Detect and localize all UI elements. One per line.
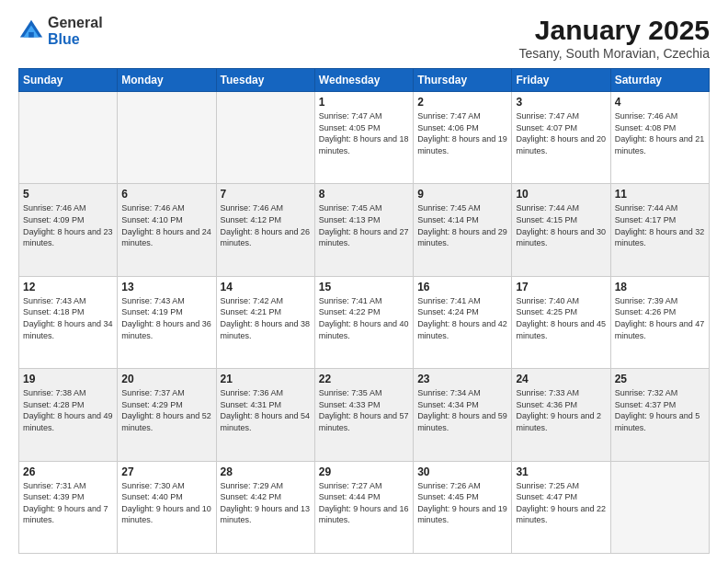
calendar-week-row: 5Sunrise: 7:46 AM Sunset: 4:09 PM Daylig… [19, 184, 710, 276]
calendar-header-saturday: Saturday [610, 69, 709, 92]
day-number: 11 [615, 188, 705, 201]
day-number: 30 [417, 465, 507, 478]
day-number: 15 [319, 281, 409, 293]
day-info: Sunrise: 7:41 AM Sunset: 4:22 PM Dayligh… [319, 295, 409, 341]
day-number: 22 [319, 373, 409, 385]
calendar-day-cell: 6Sunrise: 7:46 AM Sunset: 4:10 PM Daylig… [118, 184, 216, 276]
day-info: Sunrise: 7:41 AM Sunset: 4:24 PM Dayligh… [417, 295, 507, 341]
page: General Blue January 2025 Tesany, South … [0, 0, 728, 563]
calendar-day-cell: 21Sunrise: 7:36 AM Sunset: 4:31 PM Dayli… [216, 369, 314, 461]
title-block: January 2025 Tesany, South Moravian, Cze… [518, 15, 710, 61]
day-info: Sunrise: 7:36 AM Sunset: 4:31 PM Dayligh… [221, 387, 311, 433]
day-info: Sunrise: 7:42 AM Sunset: 4:21 PM Dayligh… [221, 295, 311, 341]
day-info: Sunrise: 7:46 AM Sunset: 4:12 PM Dayligh… [221, 202, 311, 248]
day-info: Sunrise: 7:44 AM Sunset: 4:15 PM Dayligh… [516, 202, 606, 248]
calendar-header-thursday: Thursday [414, 69, 512, 92]
calendar-day-cell: 7Sunrise: 7:46 AM Sunset: 4:12 PM Daylig… [216, 184, 314, 276]
calendar-day-cell [118, 92, 216, 184]
day-number: 17 [516, 281, 606, 293]
calendar-header-wednesday: Wednesday [314, 69, 413, 92]
day-number: 29 [319, 465, 409, 478]
calendar-day-cell: 26Sunrise: 7:31 AM Sunset: 4:39 PM Dayli… [19, 461, 118, 553]
calendar-week-row: 12Sunrise: 7:43 AM Sunset: 4:18 PM Dayli… [19, 276, 710, 368]
day-number: 26 [23, 465, 113, 478]
day-info: Sunrise: 7:43 AM Sunset: 4:18 PM Dayligh… [23, 295, 113, 341]
day-number: 16 [417, 281, 507, 293]
calendar-day-cell: 8Sunrise: 7:45 AM Sunset: 4:13 PM Daylig… [314, 184, 413, 276]
calendar-day-cell: 16Sunrise: 7:41 AM Sunset: 4:24 PM Dayli… [414, 276, 512, 368]
day-info: Sunrise: 7:47 AM Sunset: 4:06 PM Dayligh… [417, 110, 507, 156]
calendar-day-cell [19, 92, 118, 184]
day-info: Sunrise: 7:39 AM Sunset: 4:26 PM Dayligh… [615, 295, 705, 341]
day-number: 27 [121, 465, 211, 478]
day-info: Sunrise: 7:26 AM Sunset: 4:45 PM Dayligh… [417, 480, 507, 526]
calendar-header-row: SundayMondayTuesdayWednesdayThursdayFrid… [19, 69, 710, 92]
day-number: 31 [516, 465, 606, 478]
day-number: 20 [121, 373, 211, 385]
calendar-header-sunday: Sunday [19, 69, 118, 92]
day-info: Sunrise: 7:29 AM Sunset: 4:42 PM Dayligh… [221, 480, 311, 526]
day-info: Sunrise: 7:38 AM Sunset: 4:28 PM Dayligh… [23, 387, 113, 433]
calendar-day-cell [216, 92, 314, 184]
day-info: Sunrise: 7:46 AM Sunset: 4:08 PM Dayligh… [615, 110, 705, 156]
calendar-day-cell: 22Sunrise: 7:35 AM Sunset: 4:33 PM Dayli… [314, 369, 413, 461]
calendar-day-cell: 3Sunrise: 7:47 AM Sunset: 4:07 PM Daylig… [512, 92, 610, 184]
day-number: 10 [516, 188, 606, 201]
day-info: Sunrise: 7:46 AM Sunset: 4:09 PM Dayligh… [23, 202, 113, 248]
calendar-day-cell: 19Sunrise: 7:38 AM Sunset: 4:28 PM Dayli… [19, 369, 118, 461]
calendar-day-cell: 4Sunrise: 7:46 AM Sunset: 4:08 PM Daylig… [610, 92, 709, 184]
day-number: 1 [319, 96, 409, 109]
day-number: 3 [516, 96, 606, 109]
calendar-header-monday: Monday [118, 69, 216, 92]
logo-blue: Blue [48, 31, 80, 47]
calendar-day-cell: 5Sunrise: 7:46 AM Sunset: 4:09 PM Daylig… [19, 184, 118, 276]
day-number: 9 [417, 188, 507, 201]
day-info: Sunrise: 7:32 AM Sunset: 4:37 PM Dayligh… [615, 387, 705, 433]
calendar-day-cell: 27Sunrise: 7:30 AM Sunset: 4:40 PM Dayli… [118, 461, 216, 553]
calendar-day-cell: 15Sunrise: 7:41 AM Sunset: 4:22 PM Dayli… [314, 276, 413, 368]
calendar-day-cell: 11Sunrise: 7:44 AM Sunset: 4:17 PM Dayli… [610, 184, 709, 276]
logo-text: General Blue [48, 15, 103, 47]
day-info: Sunrise: 7:40 AM Sunset: 4:25 PM Dayligh… [516, 295, 606, 341]
day-info: Sunrise: 7:30 AM Sunset: 4:40 PM Dayligh… [121, 480, 211, 526]
day-info: Sunrise: 7:45 AM Sunset: 4:14 PM Dayligh… [417, 202, 507, 248]
day-number: 28 [221, 465, 311, 478]
svg-rect-2 [28, 32, 34, 38]
day-number: 21 [221, 373, 311, 385]
calendar-day-cell: 31Sunrise: 7:25 AM Sunset: 4:47 PM Dayli… [512, 461, 610, 553]
calendar-day-cell [610, 461, 709, 553]
day-number: 2 [417, 96, 507, 109]
calendar-table: SundayMondayTuesdayWednesdayThursdayFrid… [18, 68, 710, 554]
header: General Blue January 2025 Tesany, South … [18, 15, 710, 61]
day-info: Sunrise: 7:34 AM Sunset: 4:34 PM Dayligh… [417, 387, 507, 433]
calendar-week-row: 26Sunrise: 7:31 AM Sunset: 4:39 PM Dayli… [19, 461, 710, 553]
calendar-day-cell: 9Sunrise: 7:45 AM Sunset: 4:14 PM Daylig… [414, 184, 512, 276]
day-info: Sunrise: 7:45 AM Sunset: 4:13 PM Dayligh… [319, 202, 409, 248]
day-number: 18 [615, 281, 705, 293]
calendar-day-cell: 13Sunrise: 7:43 AM Sunset: 4:19 PM Dayli… [118, 276, 216, 368]
day-info: Sunrise: 7:43 AM Sunset: 4:19 PM Dayligh… [121, 295, 211, 341]
day-info: Sunrise: 7:47 AM Sunset: 4:05 PM Dayligh… [319, 110, 409, 156]
day-info: Sunrise: 7:46 AM Sunset: 4:10 PM Dayligh… [121, 202, 211, 248]
logo: General Blue [18, 15, 103, 47]
day-info: Sunrise: 7:35 AM Sunset: 4:33 PM Dayligh… [319, 387, 409, 433]
calendar-header-tuesday: Tuesday [216, 69, 314, 92]
day-number: 6 [121, 188, 211, 201]
calendar-day-cell: 17Sunrise: 7:40 AM Sunset: 4:25 PM Dayli… [512, 276, 610, 368]
day-number: 12 [23, 281, 113, 293]
day-number: 13 [121, 281, 211, 293]
calendar-day-cell: 2Sunrise: 7:47 AM Sunset: 4:06 PM Daylig… [414, 92, 512, 184]
calendar-day-cell: 24Sunrise: 7:33 AM Sunset: 4:36 PM Dayli… [512, 369, 610, 461]
day-info: Sunrise: 7:44 AM Sunset: 4:17 PM Dayligh… [615, 202, 705, 248]
calendar-day-cell: 25Sunrise: 7:32 AM Sunset: 4:37 PM Dayli… [610, 369, 709, 461]
calendar-day-cell: 20Sunrise: 7:37 AM Sunset: 4:29 PM Dayli… [118, 369, 216, 461]
calendar-day-cell: 10Sunrise: 7:44 AM Sunset: 4:15 PM Dayli… [512, 184, 610, 276]
day-number: 8 [319, 188, 409, 201]
day-number: 25 [615, 373, 705, 385]
day-info: Sunrise: 7:33 AM Sunset: 4:36 PM Dayligh… [516, 387, 606, 433]
day-number: 5 [23, 188, 113, 201]
calendar-day-cell: 12Sunrise: 7:43 AM Sunset: 4:18 PM Dayli… [19, 276, 118, 368]
day-info: Sunrise: 7:27 AM Sunset: 4:44 PM Dayligh… [319, 480, 409, 526]
month-title: January 2025 [518, 15, 710, 46]
day-number: 23 [417, 373, 507, 385]
